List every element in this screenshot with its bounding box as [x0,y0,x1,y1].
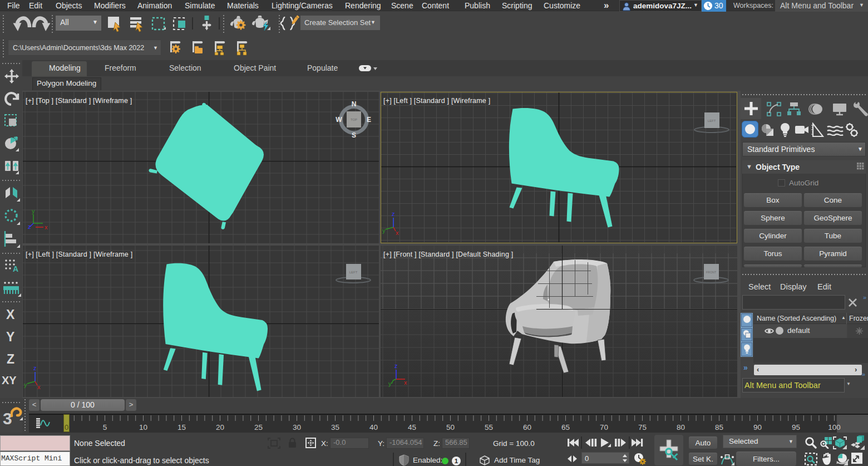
svg-text:25: 25 [254,423,263,431]
svg-text:75: 75 [638,423,647,431]
svg-text:z: z [392,210,395,217]
svg-text:y: y [382,227,386,234]
svg-text:100: 100 [828,423,841,431]
svg-text:FRONT: FRONT [706,271,717,274]
svg-text:50: 50 [446,423,455,431]
svg-text:60: 60 [523,423,531,431]
svg-text:z: z [394,362,398,369]
svg-text:x: x [396,229,399,236]
svg-text:W: W [336,116,342,124]
svg-text:15: 15 [177,423,186,431]
svg-text:LEFT: LEFT [708,119,716,122]
svg-text:z: z [33,365,37,371]
svg-text:y: y [24,381,27,388]
svg-text:35: 35 [331,423,339,431]
svg-text:65: 65 [561,423,570,431]
svg-text:LEFT: LEFT [349,271,358,274]
svg-text:5: 5 [103,423,107,431]
svg-text:A: A [13,264,18,273]
svg-text:20: 20 [216,423,224,431]
svg-text:S: S [352,131,356,139]
svg-text:TOP: TOP [351,118,357,121]
svg-text:40: 40 [369,423,378,431]
svg-text:45: 45 [408,423,416,431]
svg-text:95: 95 [792,423,800,431]
svg-text:x: x [37,384,41,390]
svg-text:90: 90 [753,423,762,431]
svg-text:y: y [32,208,35,214]
svg-text:E: E [367,116,371,124]
svg-text:70: 70 [600,423,608,431]
svg-text:10: 10 [139,423,147,431]
svg-text:y: y [388,380,392,387]
svg-text:N: N [352,100,357,108]
svg-text:x: x [45,224,48,230]
svg-text:30: 30 [293,423,301,431]
svg-text:55: 55 [485,423,493,431]
svg-text:85: 85 [715,423,723,431]
svg-text:z: z [28,223,31,230]
svg-text:x: x [404,379,407,386]
svg-text:80: 80 [677,423,685,431]
